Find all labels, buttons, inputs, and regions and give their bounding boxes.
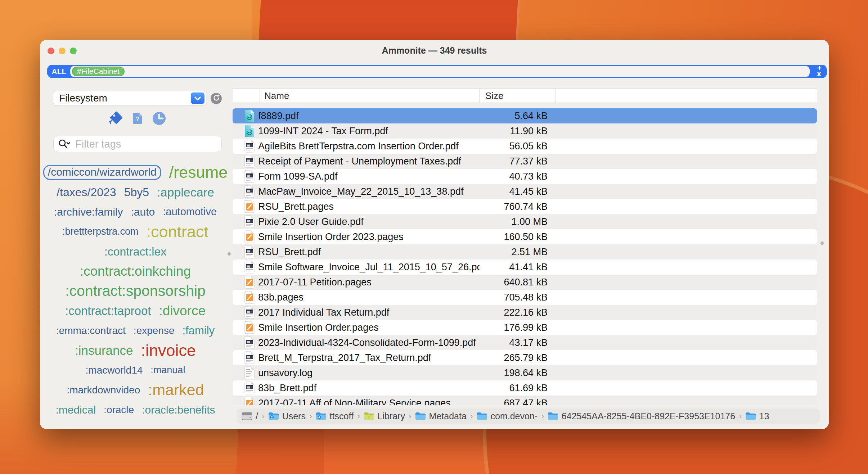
tag-cloud-row: /taxes/20235by5:applecare xyxy=(45,182,225,202)
tag-cloud-item[interactable]: /comiccon/wizardworld xyxy=(43,165,161,180)
tag-cloud-item[interactable]: :contract:oinkching xyxy=(80,265,191,278)
tag-cloud: /comiccon/wizardworld/resume/taxes/20235… xyxy=(45,162,225,420)
table-row[interactable]: 2023-Individual-4324-Consolidated-Form-1… xyxy=(233,335,817,350)
tag-cloud-row: :macworld14:manual xyxy=(45,360,225,380)
tag-cloud-item[interactable]: :contract:taproot xyxy=(65,305,151,317)
tag-cloud-item[interactable]: :macworld14 xyxy=(86,365,143,375)
path-crumb[interactable]: / xyxy=(242,411,258,421)
zoom-window-button[interactable] xyxy=(70,48,77,54)
tag-cloud-item[interactable]: :oracle xyxy=(104,405,134,415)
table-row[interactable]: unsavory.log198.64 kB xyxy=(233,365,817,380)
path-separator: › xyxy=(408,411,412,421)
tag-cloud-item[interactable]: :divorce xyxy=(159,304,206,317)
sidebar-splitter-handle[interactable] xyxy=(228,252,231,256)
tag-cloud-item[interactable]: :manual xyxy=(150,365,185,375)
name-column-header[interactable]: Name xyxy=(260,89,480,103)
table-row[interactable]: Form 1099-SA.pdf40.73 kB xyxy=(233,169,817,184)
table-row[interactable]: 2017 Individual Tax Return.pdf222.16 kB xyxy=(233,305,817,320)
tag-cloud-item[interactable]: :medical xyxy=(55,405,96,415)
clear-search-button[interactable]: x xyxy=(817,70,821,78)
path-crumb-label: Metadata xyxy=(429,411,467,421)
table-row[interactable]: AgileBits BrettTerpstra.com Insertion Or… xyxy=(233,139,817,154)
table-row[interactable]: Brett_M_Terpstra_2017_Tax_Return.pdf265.… xyxy=(233,350,817,365)
table-row[interactable]: 1099-INT 2024 - Tax Form.pdf11.90 kB xyxy=(233,123,817,139)
file-size: 41.45 kB xyxy=(480,186,556,197)
table-row[interactable]: 83b_Brett.pdf61.69 kB xyxy=(233,380,817,396)
table-row[interactable]: Receipt of Payment - Unemployment Taxes.… xyxy=(233,154,817,169)
file-size: 222.16 kB xyxy=(480,307,556,318)
table-row[interactable]: RSU_Brett.pdf2.51 MB xyxy=(233,244,817,259)
search-input[interactable]: #FileCabinet xyxy=(70,66,810,77)
path-crumb[interactable]: 13 xyxy=(745,411,769,421)
size-column-header[interactable]: Size xyxy=(480,89,556,103)
tag-cloud-item[interactable]: :contract:lex xyxy=(104,246,167,257)
minimize-window-button[interactable] xyxy=(59,48,66,54)
file-name: 83b_Brett.pdf xyxy=(256,383,480,394)
search-bar[interactable]: ALL #FileCabinet + x xyxy=(47,65,827,78)
file-name: Receipt of Payment - Unemployment Taxes.… xyxy=(256,156,480,167)
pdf-file-icon xyxy=(244,306,255,319)
chevron-down-icon[interactable] xyxy=(191,92,204,104)
refresh-button[interactable] xyxy=(211,93,222,104)
svg-text:?: ? xyxy=(135,115,139,123)
path-bar: /›Users›ttscoff›Library›Metadata›com.dev… xyxy=(237,408,820,424)
tag-cloud-item[interactable]: :family xyxy=(183,325,215,336)
table-row[interactable]: Smile Insertion Order 2023.pages160.50 k… xyxy=(233,229,817,244)
tag-cloud-item[interactable]: 5by5 xyxy=(124,186,149,198)
source-select[interactable]: Filesystem xyxy=(53,91,206,105)
unknown-file-icon[interactable]: ? xyxy=(132,112,143,125)
path-crumb[interactable]: Library xyxy=(364,411,405,421)
path-crumb[interactable]: ttscoff xyxy=(316,411,354,421)
path-crumb[interactable]: 642545AA-8255-4BE0-892E-F3953E10176 xyxy=(548,411,735,421)
tag-cloud-item[interactable]: :archive:family xyxy=(54,207,123,217)
table-row[interactable]: MacPaw_Invoice_May_22_2015_10_13_38.pdf4… xyxy=(233,184,817,199)
tag-cloud-item[interactable]: /taxes/2023 xyxy=(57,186,116,198)
tag-cloud-item[interactable]: /resume xyxy=(169,164,228,180)
folder-users-icon xyxy=(268,412,279,420)
tag-cloud-row: :insurance:invoice xyxy=(45,340,225,360)
file-size: 61.69 kB xyxy=(480,383,556,394)
search-mode-button[interactable]: ALL xyxy=(47,65,71,78)
file-size: 160.50 kB xyxy=(480,231,556,243)
table-row[interactable]: f8889.pdf5.64 kB xyxy=(233,108,817,123)
tag-icon[interactable] xyxy=(107,111,123,126)
tag-cloud-item[interactable]: :contract xyxy=(147,224,209,240)
close-window-button[interactable] xyxy=(48,48,54,54)
file-size: 5.64 kB xyxy=(480,110,556,122)
tag-cloud-item[interactable]: :auto xyxy=(131,207,155,217)
tag-cloud-item[interactable]: :marked xyxy=(148,382,204,398)
file-size: 705.48 kB xyxy=(480,292,556,303)
tag-cloud-item[interactable]: :markdownvideo xyxy=(67,385,140,395)
table-row[interactable]: Smile Software_Invoice_Jul_11_2015_10_57… xyxy=(233,259,817,275)
tag-cloud-item[interactable]: :automotive xyxy=(163,207,217,217)
tag-cloud-item[interactable]: :oracle:benefits xyxy=(142,405,215,415)
recent-clock-icon[interactable] xyxy=(152,111,166,126)
tag-cloud-row: :medical:oracle:oracle:benefits xyxy=(45,400,225,420)
tag-cloud-item[interactable]: :invoice xyxy=(141,342,196,358)
log-file-icon xyxy=(244,366,255,379)
pdf-preview-file-icon xyxy=(244,125,255,137)
table-row[interactable]: 2017-07-11 Petition.pages640.81 kB xyxy=(233,275,817,290)
tag-cloud-item[interactable]: :brettterpstra.com xyxy=(62,227,139,236)
filter-tags-field[interactable] xyxy=(53,136,222,152)
table-row[interactable]: RSU_Brett.pages760.74 kB xyxy=(233,199,817,214)
path-crumb[interactable]: Users xyxy=(268,411,306,421)
scrollbar-handle[interactable] xyxy=(820,241,824,245)
search-token[interactable]: #FileCabinet xyxy=(72,67,125,76)
tag-cloud-item[interactable]: :expense xyxy=(134,326,175,336)
tag-cloud-item[interactable]: :emma:contract xyxy=(56,326,126,336)
path-crumb[interactable]: Metadata xyxy=(415,411,467,421)
tag-cloud-item[interactable]: :applecare xyxy=(157,186,214,198)
table-row[interactable]: 2017-07-11 Aff of Non-Military Service.p… xyxy=(233,396,817,405)
table-row[interactable]: 83b.pages705.48 kB xyxy=(233,290,817,305)
filter-tags-input[interactable] xyxy=(53,136,222,152)
tag-cloud-row: :markdownvideo:marked xyxy=(45,380,225,400)
table-row[interactable]: Pixie 2.0 User Guide.pdf1.00 MB xyxy=(233,214,817,229)
pdf-file-icon xyxy=(244,155,255,168)
tag-cloud-item[interactable]: :contract:sponsorship xyxy=(65,284,206,298)
path-crumb[interactable]: com.devon- xyxy=(477,411,538,421)
table-row[interactable]: Smile Insertion Order.pages176.99 kB xyxy=(233,320,817,335)
path-crumb-label: ttscoff xyxy=(330,411,354,421)
tag-cloud-item[interactable]: :insurance xyxy=(75,344,133,357)
drive-icon xyxy=(242,411,252,421)
